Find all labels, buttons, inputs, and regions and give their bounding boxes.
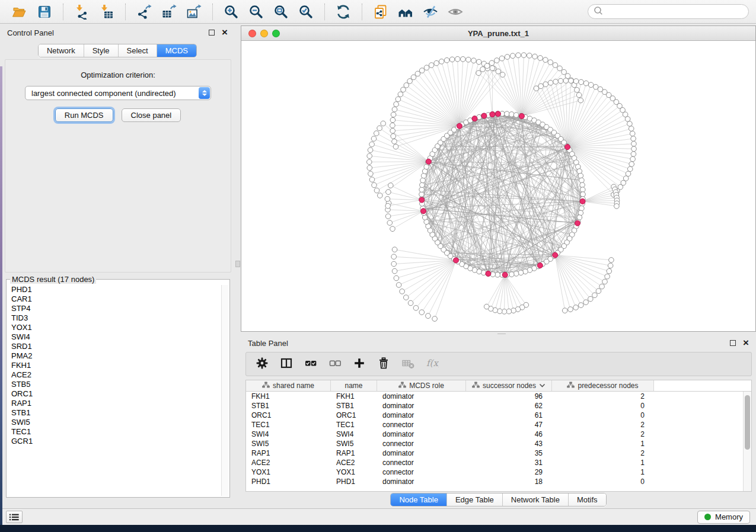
close-panel-button[interactable]: Close panel	[122, 108, 181, 122]
mcds-node[interactable]	[553, 252, 558, 258]
mcds-result-item[interactable]: ORC1	[11, 389, 220, 399]
vertical-splitter[interactable]	[235, 24, 241, 508]
minimize-window-icon[interactable]	[260, 30, 268, 37]
leaf-node[interactable]	[388, 183, 394, 188]
leaf-node[interactable]	[432, 316, 438, 322]
import-network-button[interactable]	[72, 2, 91, 21]
mcds-result-item[interactable]: YOX1	[11, 323, 220, 332]
mcds-node[interactable]	[495, 111, 500, 117]
mcds-result-item[interactable]: GCR1	[11, 437, 220, 446]
ring-node[interactable]	[420, 182, 425, 188]
cell-predecessor-nodes[interactable]: 2	[552, 421, 654, 429]
leaf-node[interactable]	[631, 146, 637, 152]
cell-predecessor-nodes[interactable]: 1	[552, 459, 654, 467]
zoom-out-button[interactable]	[247, 2, 266, 21]
cell-name[interactable]: SWI4	[331, 430, 377, 438]
leaf-node[interactable]	[371, 136, 377, 142]
add-column-button[interactable]	[352, 357, 366, 371]
leaf-node[interactable]	[631, 141, 637, 146]
mcds-node[interactable]	[537, 263, 543, 268]
leaf-node[interactable]	[511, 308, 516, 313]
leaf-node[interactable]	[374, 131, 379, 136]
cell-successor-nodes[interactable]: 61	[466, 411, 552, 419]
cell-shared-name[interactable]: FKH1	[246, 392, 331, 400]
tab-style[interactable]: Style	[84, 44, 118, 57]
settings-button[interactable]	[255, 357, 269, 371]
clone-network-button[interactable]	[371, 2, 390, 21]
leaf-node[interactable]	[575, 88, 580, 93]
mcds-result-scrollbar[interactable]	[221, 285, 228, 496]
cell-predecessor-nodes[interactable]: 1	[552, 468, 654, 476]
zoom-selected-button[interactable]	[296, 2, 315, 21]
leaf-node[interactable]	[553, 63, 558, 68]
mcds-result-item[interactable]: SWI5	[11, 418, 220, 427]
mcds-result-item[interactable]: FKH1	[11, 361, 220, 370]
mcds-node[interactable]	[575, 220, 580, 226]
cell-shared-name[interactable]: TEC1	[246, 421, 331, 429]
leaf-node[interactable]	[368, 171, 374, 177]
cell-shared-name[interactable]: PHD1	[246, 477, 331, 486]
leaf-node[interactable]	[385, 214, 391, 219]
mcds-node[interactable]	[580, 198, 585, 204]
leaf-node[interactable]	[385, 203, 391, 209]
mcds-result-item[interactable]: TEC1	[11, 427, 220, 437]
leaf-node[interactable]	[557, 66, 563, 71]
mcds-node[interactable]	[454, 258, 459, 263]
ring-node[interactable]	[420, 178, 426, 183]
leaf-node[interactable]	[553, 79, 559, 85]
float-panel-icon[interactable]	[209, 30, 215, 36]
leaf-node[interactable]	[391, 261, 397, 267]
cell-predecessor-nodes[interactable]: 0	[552, 477, 654, 486]
leaf-node[interactable]	[588, 82, 594, 88]
leaf-node[interactable]	[390, 226, 395, 232]
leaf-node[interactable]	[407, 79, 413, 84]
mcds-result-item[interactable]: STP4	[11, 304, 220, 313]
first-neighbors-button[interactable]	[396, 2, 415, 21]
leaf-node[interactable]	[367, 165, 372, 171]
leaf-node[interactable]	[411, 75, 416, 80]
mcds-result-item[interactable]: RAP1	[11, 399, 220, 408]
table-tab-network-table[interactable]: Network Table	[502, 493, 568, 506]
cell-name[interactable]: FKH1	[331, 392, 377, 400]
ring-node[interactable]	[495, 273, 500, 278]
ring-node[interactable]	[513, 271, 519, 277]
mcds-node[interactable]	[472, 116, 477, 121]
table-scrollbar-thumb[interactable]	[745, 395, 750, 450]
ring-node[interactable]	[513, 113, 519, 118]
cell-predecessor-nodes[interactable]: 2	[552, 449, 654, 457]
leaf-node[interactable]	[562, 308, 567, 313]
leaf-node[interactable]	[385, 197, 390, 202]
leaf-node[interactable]	[538, 56, 543, 61]
leaf-node[interactable]	[579, 79, 584, 85]
leaf-node[interactable]	[480, 67, 486, 72]
leaf-node[interactable]	[607, 268, 612, 274]
table-tab-node-table[interactable]: Node Table	[391, 493, 446, 506]
splitter-handle[interactable]	[235, 261, 240, 267]
leaf-node[interactable]	[532, 54, 538, 59]
leaf-node[interactable]	[419, 310, 425, 315]
leaf-node[interactable]	[573, 305, 579, 310]
network-canvas[interactable]	[241, 41, 755, 331]
leaf-node[interactable]	[578, 98, 583, 103]
leaf-node[interactable]	[592, 293, 598, 298]
leaf-node[interactable]	[444, 57, 449, 63]
export-network-button[interactable]	[135, 2, 154, 21]
tab-select[interactable]: Select	[118, 44, 157, 57]
cell-MCDS-role[interactable]: dominator	[377, 449, 466, 457]
leaf-node[interactable]	[538, 84, 544, 89]
delete-columns-button[interactable]	[377, 357, 391, 371]
table-row[interactable]: SWI5SWI5connector431	[246, 439, 751, 448]
leaf-node[interactable]	[466, 57, 471, 62]
leaf-node[interactable]	[631, 136, 636, 142]
search-input[interactable]	[607, 7, 743, 16]
leaf-node[interactable]	[377, 126, 382, 131]
table-row[interactable]: ACE2ACE2connector311	[246, 458, 751, 467]
mcds-result-item[interactable]: SRD1	[11, 342, 220, 351]
cell-predecessor-nodes[interactable]: 1	[552, 440, 654, 448]
mcds-result-item[interactable]: PHD1	[11, 285, 220, 294]
leaf-node[interactable]	[390, 123, 395, 128]
show-column-panel-button[interactable]	[279, 357, 294, 371]
column-header-shared-name[interactable]: shared name	[246, 380, 331, 391]
ring-node[interactable]	[579, 178, 585, 183]
leaf-node[interactable]	[394, 275, 399, 281]
